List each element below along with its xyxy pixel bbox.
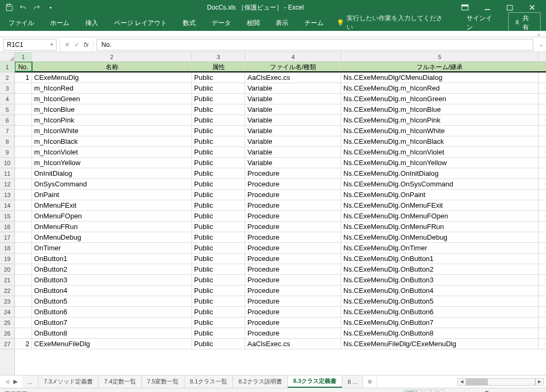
- qat-customize-icon[interactable]: ▾: [45, 2, 57, 13]
- row-header[interactable]: 10: [0, 158, 14, 168]
- cell[interactable]: OnButton1: [32, 254, 192, 264]
- header-cell[interactable]: 属性: [192, 62, 245, 71]
- cell[interactable]: Procedure: [245, 317, 341, 328]
- cell[interactable]: Public: [192, 243, 245, 253]
- cell[interactable]: [15, 296, 32, 306]
- tell-me-input[interactable]: 💡 実行したい作業を入力してください: [336, 14, 447, 32]
- cell[interactable]: Ns.CExeMenuDlg.OnMenuDebug: [341, 232, 539, 242]
- cell[interactable]: [15, 328, 32, 338]
- cell[interactable]: CExeMenuDlg: [32, 72, 192, 83]
- cell[interactable]: Ns.CExeMenuDlg.OnButton2: [341, 264, 539, 274]
- cell[interactable]: Public: [192, 136, 245, 146]
- cell[interactable]: Ns.CExeMenuDlg.OnMenuFOpen: [341, 211, 539, 221]
- cell[interactable]: [15, 158, 32, 168]
- cell[interactable]: OnSysCommand: [32, 179, 192, 189]
- cell[interactable]: Public: [192, 222, 245, 232]
- cell[interactable]: [15, 126, 32, 136]
- pagebreak-view-icon[interactable]: [431, 390, 444, 393]
- cell[interactable]: Public: [192, 254, 245, 264]
- cell[interactable]: OnMenuFRun: [32, 222, 192, 232]
- cell[interactable]: Ns.CExeMenuDlg.OnButton1: [341, 254, 539, 264]
- cell[interactable]: Procedure: [245, 168, 341, 178]
- cell[interactable]: [15, 232, 32, 242]
- row-header[interactable]: 1: [0, 62, 14, 72]
- cell[interactable]: Public: [192, 94, 245, 104]
- cell[interactable]: OnButton2: [32, 264, 192, 274]
- fx-icon[interactable]: fx: [84, 41, 89, 48]
- cell[interactable]: [15, 200, 32, 210]
- cell[interactable]: Public: [192, 339, 245, 349]
- formula-input[interactable]: No.: [97, 39, 533, 51]
- cell[interactable]: OnInitDialog: [32, 168, 192, 178]
- formula-expand-icon[interactable]: ⌄: [536, 42, 546, 47]
- cell[interactable]: CExeMenuFileDlg: [32, 339, 192, 349]
- cell[interactable]: [15, 147, 32, 157]
- cell[interactable]: OnMenuFExit: [32, 200, 192, 210]
- cell[interactable]: OnMenuDebug: [32, 232, 192, 242]
- new-sheet-icon[interactable]: ⊕: [363, 378, 376, 385]
- ribbon-display-icon[interactable]: [454, 0, 476, 15]
- cell[interactable]: Ns.CExeMenuDlg.OnButton5: [341, 296, 539, 306]
- cell[interactable]: Variable: [245, 115, 341, 125]
- row-header[interactable]: 3: [0, 83, 14, 94]
- row-header[interactable]: 23: [0, 296, 14, 307]
- signin-button[interactable]: サインイン: [467, 14, 498, 32]
- grid[interactable]: No.名称属性ファイル名/種類フルネーム/継承1CExeMenuDlgPubli…: [15, 62, 546, 375]
- cell[interactable]: Public: [192, 285, 245, 296]
- cell[interactable]: Public: [192, 296, 245, 306]
- cell[interactable]: Ns.CExeMenuDlg.OnMenuFExit: [341, 200, 539, 210]
- sheet-nav-next-icon[interactable]: ▶: [12, 378, 19, 385]
- cell[interactable]: Variable: [245, 83, 341, 93]
- cell[interactable]: OnButton5: [32, 296, 192, 306]
- col-header[interactable]: 3: [192, 52, 245, 61]
- cell[interactable]: OnButton7: [32, 317, 192, 328]
- cell[interactable]: Public: [192, 328, 245, 338]
- row-header[interactable]: 11: [0, 168, 14, 179]
- cell[interactable]: Public: [192, 317, 245, 328]
- cell[interactable]: OnButton6: [32, 307, 192, 317]
- cell[interactable]: [15, 104, 32, 115]
- scroll-thumb[interactable]: [467, 379, 488, 385]
- cell[interactable]: m_hIconYellow: [32, 158, 192, 168]
- cell[interactable]: [15, 275, 32, 285]
- row-header[interactable]: 18: [0, 243, 14, 254]
- cancel-icon[interactable]: ✕: [65, 41, 70, 48]
- cell[interactable]: AaClsExec.cs: [245, 339, 341, 349]
- cell[interactable]: Public: [192, 126, 245, 136]
- cell[interactable]: Procedure: [245, 222, 341, 232]
- cell[interactable]: Ns.CExeMenuDlg.OnButton6: [341, 307, 539, 317]
- cell[interactable]: m_hIconBlack: [32, 136, 192, 146]
- cell[interactable]: Procedure: [245, 296, 341, 306]
- cell[interactable]: Ns.CExeMenuDlg.m_hIconYellow: [341, 158, 539, 168]
- enter-icon[interactable]: ✓: [74, 41, 79, 48]
- sheet-tab[interactable]: 8.2クラス説明書: [233, 375, 287, 388]
- cell[interactable]: [15, 190, 32, 200]
- cell[interactable]: Procedure: [245, 307, 341, 317]
- row-header[interactable]: 12: [0, 179, 14, 190]
- row-header[interactable]: 21: [0, 275, 14, 285]
- row-header[interactable]: 5: [0, 104, 14, 115]
- row-header[interactable]: 25: [0, 317, 14, 328]
- tab-file[interactable]: ファイル: [5, 17, 37, 30]
- cell[interactable]: [15, 211, 32, 221]
- scroll-track[interactable]: [466, 378, 535, 386]
- tab-team[interactable]: チーム: [301, 17, 327, 30]
- cell[interactable]: m_hIconPink: [32, 115, 192, 125]
- cell[interactable]: Public: [192, 200, 245, 210]
- cell[interactable]: m_hIconRed: [32, 83, 192, 93]
- row-header[interactable]: 16: [0, 222, 14, 232]
- cell[interactable]: Procedure: [245, 328, 341, 338]
- row-header[interactable]: 15: [0, 211, 14, 222]
- cell[interactable]: Procedure: [245, 190, 341, 200]
- cell[interactable]: Ns.CExeMenuDlg/CMenuDialog: [341, 72, 539, 83]
- cell[interactable]: OnTimer: [32, 243, 192, 253]
- cell[interactable]: Procedure: [245, 285, 341, 296]
- cell[interactable]: Ns.CExeMenuDlg.m_hIconPink: [341, 115, 539, 125]
- row-header[interactable]: 17: [0, 232, 14, 243]
- tab-home[interactable]: ホーム: [47, 17, 73, 30]
- cell[interactable]: Procedure: [245, 264, 341, 274]
- cell[interactable]: Public: [192, 179, 245, 189]
- row-header[interactable]: 9: [0, 147, 14, 158]
- row-header[interactable]: 14: [0, 200, 14, 211]
- cell[interactable]: [15, 222, 32, 232]
